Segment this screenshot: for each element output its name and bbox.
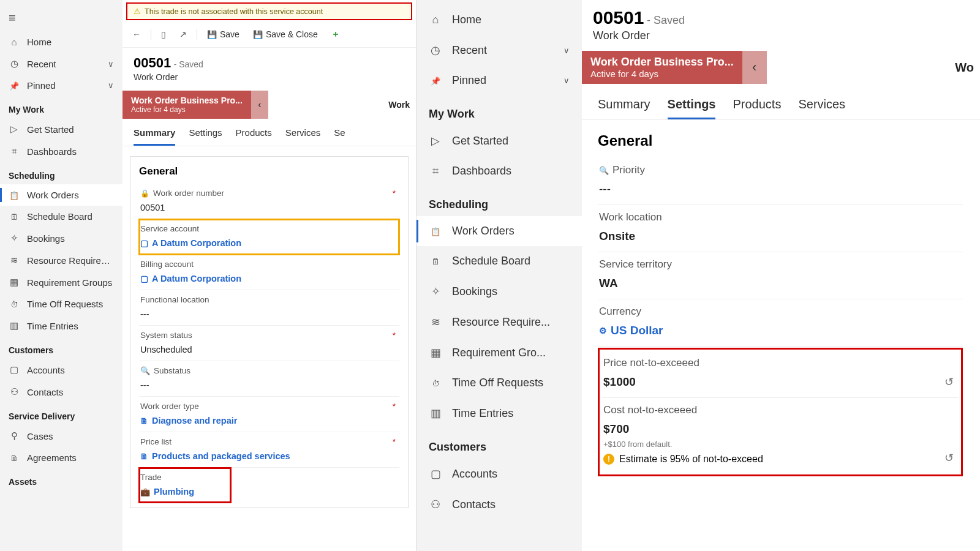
bpf-stage[interactable]: Work Order Business Pro... Active for 4 … (582, 51, 742, 84)
new-button[interactable] (328, 26, 344, 42)
nav-workorders[interactable]: Work Orders (417, 216, 582, 246)
bpf-next-stage[interactable]: Wo (767, 51, 980, 84)
nav-dashboards[interactable]: Dashboards (417, 156, 582, 186)
field-work-order-type[interactable]: Work order type* Diagnose and repair (139, 397, 399, 432)
record-subtitle: Work Order (593, 29, 969, 42)
nav-contacts[interactable]: Contacts (417, 489, 582, 520)
dashboard-icon (9, 146, 20, 157)
nav-resourcereq[interactable]: Resource Requireme... (0, 249, 123, 271)
contacts-icon (9, 386, 20, 397)
nav-recent[interactable]: Recent∨ (417, 35, 582, 66)
chevron-down-icon[interactable]: ∨ (564, 46, 570, 55)
nav-section-scheduling: Scheduling (417, 186, 582, 216)
nav-workorders[interactable]: Work Orders (0, 184, 123, 206)
timeentries-icon (429, 407, 442, 420)
command-bar: Save Save & Close (123, 21, 416, 48)
nav-reqgroups[interactable]: Requirement Gro... (417, 337, 582, 368)
nav-agreements[interactable]: Agreements (0, 447, 123, 468)
nav-bookings[interactable]: Bookings (0, 227, 123, 249)
nav-bookings[interactable]: Bookings (417, 276, 582, 307)
tab-services[interactable]: Services (798, 97, 845, 119)
save-button[interactable]: Save (203, 27, 243, 42)
tab-summary[interactable]: Summary (598, 97, 650, 119)
tab-more[interactable]: Se (334, 127, 345, 146)
chevron-down-icon[interactable]: ∨ (108, 59, 114, 69)
cases-icon (9, 430, 20, 441)
field-functional-location[interactable]: Functional location --- (139, 290, 399, 326)
nav-scheduleboard[interactable]: Schedule Board (417, 246, 582, 276)
nav-accounts[interactable]: Accounts (417, 459, 582, 489)
tab-settings[interactable]: Settings (189, 127, 222, 146)
field-system-status[interactable]: System status* Unscheduled (139, 326, 399, 361)
timeoff-icon (429, 377, 442, 389)
tab-products[interactable]: Products (733, 97, 781, 119)
tab-settings[interactable]: Settings (668, 97, 716, 119)
field-currency[interactable]: Currency US Dollar (598, 299, 963, 347)
nav-scheduleboard[interactable]: Schedule Board (0, 206, 123, 227)
field-work-location[interactable]: Work location Onsite (598, 205, 963, 252)
record-header: 00501 - Saved Work Order (123, 48, 416, 86)
home-icon (429, 13, 442, 26)
bpf-collapse-button[interactable]: ‹ (251, 91, 268, 119)
field-service-territory[interactable]: Service territory WA (598, 252, 963, 299)
record-id: 00501 (593, 7, 644, 28)
nav-getstarted[interactable]: Get Started (0, 118, 123, 140)
nav-cases[interactable]: Cases (0, 425, 123, 447)
nav-getstarted[interactable]: Get Started (417, 126, 582, 156)
right-content: 00501 - Saved Work Order Work Order Busi… (582, 0, 980, 551)
requirements-icon (429, 315, 442, 329)
field-substatus[interactable]: Substatus --- (139, 361, 399, 397)
doc-icon (140, 416, 148, 425)
bpf-next-stage[interactable]: Work (268, 91, 416, 119)
nav-recent[interactable]: Recent∨ (0, 53, 123, 75)
chevron-down-icon[interactable]: ∨ (564, 76, 570, 85)
nav-home[interactable]: Home (0, 31, 123, 53)
form-section-general: General Priority --- Work location Onsit… (598, 132, 971, 476)
calendar-icon (9, 211, 20, 222)
nav-home[interactable]: Home (417, 5, 582, 35)
bpf-stage[interactable]: Work Order Business Pro... Active for 4 … (123, 91, 251, 119)
pin-icon (429, 74, 442, 87)
nav-timeoff[interactable]: Time Off Requests (0, 293, 123, 315)
panel-button[interactable] (157, 27, 170, 42)
reset-icon[interactable]: ↺ (944, 375, 954, 389)
open-button[interactable] (176, 27, 190, 42)
tab-products[interactable]: Products (236, 127, 272, 146)
nav-accounts[interactable]: Accounts (0, 359, 123, 381)
recent-icon (429, 43, 442, 57)
tab-services[interactable]: Services (285, 127, 321, 146)
field-cost-nte[interactable]: Cost not-to-exceeed $700 ↺ +$100 from de… (602, 398, 959, 473)
field-trade[interactable]: Trade Plumbing (139, 468, 231, 503)
nav-pinned[interactable]: Pinned∨ (417, 66, 582, 96)
field-priority[interactable]: Priority --- (598, 158, 963, 205)
back-button[interactable] (129, 27, 145, 42)
chevron-down-icon[interactable]: ∨ (108, 81, 114, 90)
back-icon (132, 29, 141, 39)
nav-timeoff[interactable]: Time Off Requests (417, 368, 582, 398)
groups-icon (429, 346, 442, 359)
reset-icon[interactable]: ↺ (944, 451, 954, 465)
doc-icon (140, 451, 148, 461)
bpf-collapse-button[interactable]: ‹ (742, 51, 767, 84)
nav-pinned[interactable]: Pinned∨ (0, 75, 123, 96)
field-billing-account[interactable]: Billing account A Datum Corporation (139, 255, 399, 290)
field-price-list[interactable]: Price list* Products and packaged servic… (139, 432, 399, 468)
record-state: - Saved (647, 14, 685, 26)
save-close-button[interactable]: Save & Close (249, 27, 322, 42)
field-price-nte[interactable]: Price not-to-exceeed $1000 ↺ (602, 351, 959, 398)
lock-icon (140, 189, 149, 198)
tab-summary[interactable]: Summary (134, 127, 175, 146)
hamburger-icon[interactable]: ≡ (0, 5, 123, 31)
nav-dashboards[interactable]: Dashboards (0, 140, 123, 162)
pin-icon (9, 80, 20, 91)
recent-icon (9, 58, 20, 69)
field-work-order-number[interactable]: Work order number* 00501 (139, 184, 399, 219)
nav-timeentries[interactable]: Time Entries (417, 398, 582, 429)
play-icon (9, 124, 20, 135)
nav-timeentries[interactable]: Time Entries (0, 315, 123, 337)
nav-section-assets: Assets (0, 468, 123, 490)
nav-contacts[interactable]: Contacts (0, 381, 123, 403)
nav-resourcereq[interactable]: Resource Require... (417, 307, 582, 337)
field-service-account[interactable]: Service account A Datum Corporation (139, 219, 399, 255)
nav-reqgroups[interactable]: Requirement Groups (0, 271, 123, 293)
